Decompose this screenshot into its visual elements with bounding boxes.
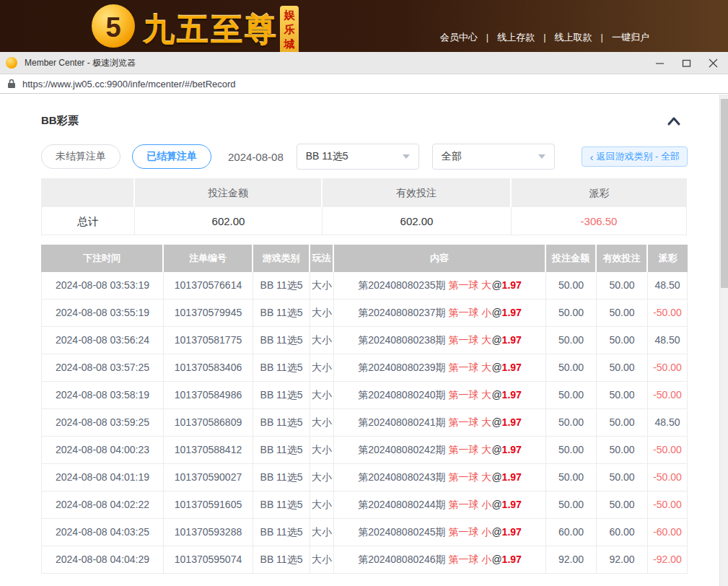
play-type: 大小: [310, 437, 334, 464]
payout: -50.00: [648, 382, 688, 409]
column-header: 下注时间: [41, 245, 164, 272]
minimize-icon: [655, 58, 665, 68]
scrollbar-thumb[interactable]: [721, 99, 728, 288]
bet-content: 第202408080239期 第一球 大@1.97: [334, 354, 546, 382]
game-type: BB 11选5: [253, 299, 310, 327]
valid-bet: 50.00: [597, 464, 648, 491]
valid-bet: 50.00: [597, 354, 648, 382]
play-type: 大小: [310, 464, 334, 491]
bet-content: 第202408080240期 第一球 大@1.97: [334, 382, 546, 409]
bet-id: 101370583406: [164, 354, 253, 382]
address-bar[interactable]: https://www.jw05.cc:9900/infe/mcenter/#/…: [0, 74, 728, 94]
game-type: BB 11选5: [253, 437, 310, 464]
bet-amount: 50.00: [546, 464, 597, 491]
bet-id: 101370576614: [164, 272, 253, 299]
bet-amount: 92.00: [546, 546, 597, 574]
column-header: [41, 178, 135, 207]
bet-amount: 60.00: [546, 519, 597, 546]
play-type: 大小: [310, 382, 334, 409]
chevron-down-icon: [538, 154, 545, 159]
valid-bet: 50.00: [597, 491, 648, 519]
play-type: 大小: [310, 327, 334, 354]
chevron-down-icon: [403, 154, 410, 159]
column-header: 派彩: [648, 245, 688, 272]
bet-id: 101370581775: [164, 327, 253, 354]
nav-one-key[interactable]: 一键归户: [612, 32, 649, 43]
maximize-button[interactable]: [673, 52, 700, 74]
play-select[interactable]: 全部: [432, 144, 555, 170]
url-text: https://www.jw05.cc:9900/infe/mcenter/#/…: [22, 79, 236, 89]
payout: -50.00: [648, 437, 688, 464]
table-row: 2024-08-08 03:59:25 101370586809 BB 11选5…: [41, 409, 688, 437]
tab-settled[interactable]: 已结算注单: [132, 144, 211, 169]
column-header: 投注金额: [546, 245, 597, 272]
minimize-button[interactable]: [646, 52, 673, 74]
payout: -50.00: [648, 491, 688, 519]
brand-name: 九五至尊: [143, 9, 279, 51]
table-row: 2024-08-08 04:03:25 101370593288 BB 11选5…: [41, 519, 688, 546]
page-content: BB彩票 未结算注单 已结算注单 2024-08-08 BB 11选5 全部 ‹…: [0, 94, 728, 586]
window-title: Member Center - 极速浏览器: [25, 57, 136, 69]
date-value[interactable]: 2024-08-08: [228, 151, 284, 163]
bet-time: 2024-08-08 03:55:19: [41, 299, 164, 327]
play-type: 大小: [310, 491, 334, 519]
column-header: 注单编号: [164, 245, 253, 272]
nav-withdraw[interactable]: 线上取款: [555, 32, 612, 43]
valid-bet: 50.00: [597, 382, 648, 409]
game-select-value: BB 11选5: [306, 150, 348, 163]
nav-member-center[interactable]: 会员中心: [440, 32, 497, 43]
column-header: 有效投注: [323, 178, 512, 207]
bet-content: 第202408080243期 第一球 大@1.97: [334, 464, 546, 491]
browser-titlebar: Member Center - 极速浏览器: [0, 52, 728, 74]
collapse-chevron-up-icon[interactable]: [666, 115, 682, 127]
brand-banner: 5 九五至尊 娱乐城 会员中心线上存款线上取款一键归户: [0, 0, 728, 52]
column-header: 有效投注: [597, 245, 648, 272]
nav-deposit[interactable]: 线上存款: [497, 32, 554, 43]
table-row: 2024-08-08 03:56:24 101370581775 BB 11选5…: [41, 327, 688, 354]
summary-total-label: 总计: [41, 207, 135, 235]
tab-unsettled[interactable]: 未结算注单: [41, 144, 120, 169]
play-type: 大小: [310, 546, 334, 574]
vertical-scrollbar: [719, 95, 728, 586]
game-type: BB 11选5: [253, 327, 310, 354]
game-type: BB 11选5: [253, 491, 310, 519]
close-button[interactable]: [700, 52, 727, 74]
bet-id: 101370579945: [164, 299, 253, 327]
summary-header-row: 投注金额有效投注派彩: [41, 178, 687, 207]
bet-content: 第202408080238期 第一球 大@1.97: [334, 327, 546, 354]
summary-payout: -306.50: [512, 207, 687, 235]
table-row: 2024-08-08 03:57:25 101370583406 BB 11选5…: [41, 354, 688, 382]
payout: 48.50: [648, 327, 688, 354]
bet-content: 第202408080241期 第一球 大@1.97: [334, 409, 546, 437]
table-row: 2024-08-08 04:02:22 101370591605 BB 11选5…: [41, 491, 688, 519]
table-row: 2024-08-08 04:00:23 101370588412 BB 11选5…: [41, 437, 688, 464]
table-row: 2024-08-08 03:53:19 101370576614 BB 11选5…: [41, 272, 688, 299]
summary-valid-bet: 602.00: [323, 207, 512, 235]
bet-time: 2024-08-08 04:03:25: [41, 519, 164, 546]
bet-time: 2024-08-08 04:01:19: [41, 464, 164, 491]
bet-time: 2024-08-08 03:59:25: [41, 409, 164, 437]
play-type: 大小: [310, 272, 334, 299]
logo-mark: 5: [105, 12, 120, 43]
bet-content: 第202408080242期 第一球 大@1.97: [334, 437, 546, 464]
filter-row: 未结算注单 已结算注单 2024-08-08 BB 11选5 全部 ‹ 返回游戏…: [41, 144, 688, 170]
table-row: 2024-08-08 03:55:19 101370579945 BB 11选5…: [41, 299, 688, 327]
bet-content: 第202408080245期 第一球 小@1.97: [334, 519, 546, 546]
game-select[interactable]: BB 11选5: [297, 144, 419, 170]
bet-amount: 50.00: [546, 382, 597, 409]
payout: -50.00: [648, 464, 688, 491]
game-type: BB 11选5: [253, 409, 310, 437]
bet-id: 101370591605: [164, 491, 253, 519]
valid-bet: 60.00: [597, 519, 648, 546]
bet-id: 101370593288: [164, 519, 253, 546]
summary-bet-amount: 602.00: [135, 207, 323, 235]
summary-total-row: 总计 602.00 602.00 -306.50: [41, 207, 687, 235]
close-icon: [709, 58, 718, 68]
payout: -50.00: [648, 299, 688, 327]
valid-bet: 50.00: [597, 437, 648, 464]
valid-bet: 50.00: [597, 299, 648, 327]
logo-95-icon: 5: [92, 4, 135, 48]
column-header: 玩法: [310, 245, 334, 272]
back-to-category-button[interactable]: ‹ 返回游戏类别 - 全部: [582, 146, 688, 167]
payout: 48.50: [648, 409, 688, 437]
